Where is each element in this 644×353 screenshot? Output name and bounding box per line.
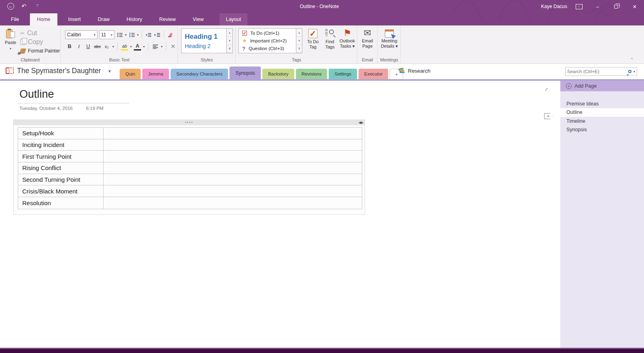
table-cell-value[interactable] [103,197,362,209]
paragraph-alignment-icon[interactable] [152,42,159,50]
style-heading1[interactable]: Heading 1 [185,33,223,41]
tab-insert[interactable]: Insert [62,13,87,25]
tab-layout[interactable]: Layout [220,13,248,25]
resize-arrows-icon[interactable]: ◀▶ [359,120,363,125]
search-scope-caret-icon[interactable]: ▾ [633,70,635,74]
styles-scroll-up-icon[interactable]: ▴ [227,29,232,37]
font-name-select[interactable]: Calibri▾ [65,30,97,39]
table-row[interactable]: Setup/Hook [18,128,362,139]
table-cell-value[interactable] [103,162,362,174]
ribbon-display-options-icon[interactable]: ↑ [570,0,588,13]
table-cell-value[interactable] [103,151,362,162]
alignment-caret-icon[interactable]: ▾ [161,45,163,48]
notebook-name[interactable]: The Spymaster's Daughter [17,67,101,75]
style-heading2[interactable]: Heading 2 [185,43,223,49]
table-cell-value[interactable] [103,174,362,185]
account-user-name[interactable]: Kaye Dacus [541,4,567,9]
drag-handle-icon[interactable]: •••• [185,120,194,125]
clear-x-icon[interactable]: ✕ [169,42,177,50]
table-row[interactable]: Rising Conflict [18,162,362,174]
page-canvas[interactable]: Outline Tuesday, October 4, 2016 6:19 PM… [0,81,560,348]
find-tags-button[interactable]: ★ Find Tags [322,26,338,50]
bold-button[interactable]: B [66,42,73,50]
italic-button[interactable]: I [75,42,82,50]
section-tab-revisions[interactable]: Revisions [296,69,327,79]
styles-more-icon[interactable]: ▾̅ [227,45,232,53]
font-size-select[interactable]: 11▾ [99,30,114,39]
search-box[interactable]: ▾ [565,67,637,76]
note-container[interactable]: •••• ◀▶ Setup/Hook Inciting Incident Fir… [13,120,365,215]
section-tab-settings[interactable]: Settings [329,69,357,79]
tab-review[interactable]: Review [153,13,182,25]
styles-scroll-down-icon[interactable]: ▾ [227,37,232,45]
section-tab-jemma[interactable]: Jemma [142,69,169,79]
collapse-ribbon-icon[interactable]: ˆ [631,58,633,63]
highlight-button[interactable]: ab [121,42,128,50]
highlight-caret-icon[interactable]: ▾ [130,45,132,48]
table-cell-label[interactable]: Setup/Hook [18,128,103,139]
table-cell-value[interactable] [103,139,362,151]
numbered-list-icon[interactable] [128,31,135,39]
table-row[interactable]: Second Turning Point [18,174,362,186]
clear-formatting-icon[interactable] [167,31,174,39]
section-tab-secondary-characters[interactable]: Secondary Characters [171,69,228,79]
tags-scroll-down-icon[interactable]: ▾ [296,37,302,45]
tag-question[interactable]: ? Question (Ctrl+3) [242,45,293,52]
notebook-dropdown-icon[interactable]: ▼ [108,69,112,74]
underline-button[interactable]: U [84,42,92,50]
meeting-details-button[interactable]: Meeting Details ▾ [380,27,399,49]
tag-todo[interactable]: ✓ To Do (Ctrl+1) [242,29,293,36]
section-tab-backstory[interactable]: Backstory [262,69,294,79]
tab-view[interactable]: View [187,13,210,25]
tags-scroll-up-icon[interactable]: ▴ [296,29,302,37]
table-cell-label[interactable]: Rising Conflict [18,162,103,174]
bullet-list-icon[interactable] [116,31,123,39]
numbered-list-caret-icon[interactable]: ▾ [137,33,139,37]
copy-button[interactable]: Copy [20,38,60,46]
page-item-timeline[interactable]: Timeline [560,117,644,126]
outline-table[interactable]: Setup/Hook Inciting Incident First Turni… [18,127,362,209]
table-cell-label[interactable]: Resolution [18,197,103,209]
page-item-outline[interactable]: Outline [560,108,644,117]
bullet-list-caret-icon[interactable]: ▾ [125,33,127,37]
table-cell-label[interactable]: First Turning Point [18,151,103,162]
note-container-header[interactable]: •••• ◀▶ [14,120,365,125]
decrease-indent-icon[interactable] [145,31,152,39]
subscript-caret-icon[interactable]: ▾ [112,45,114,48]
section-tab-executor[interactable]: Executor [359,69,388,79]
page-item-premise-ideas[interactable]: Premise Ideas [560,99,644,108]
font-color-button[interactable]: A [134,42,141,50]
outlook-tasks-button[interactable]: ⚑ Outlook Tasks ▾ [338,26,357,49]
email-page-button[interactable]: ✉ Email Page [359,26,376,49]
cut-button[interactable]: ✂ Cut [20,29,60,38]
table-row[interactable]: Inciting Incident [18,139,362,151]
table-row[interactable]: First Turning Point [18,151,362,162]
table-cell-label[interactable]: Second Turning Point [18,174,103,185]
increase-indent-icon[interactable] [154,31,161,39]
search-input[interactable] [567,69,628,74]
add-page-button[interactable]: + Add Page [560,81,644,91]
close-icon[interactable]: × [625,0,644,13]
search-icon[interactable] [628,70,631,73]
strikethrough-button[interactable]: abc [94,42,101,50]
page-title[interactable]: Outline [19,88,54,101]
tags-more-icon[interactable]: ▾̅ [296,45,302,53]
tab-home[interactable]: Home [30,13,57,25]
table-row[interactable]: Resolution [18,197,362,209]
minimize-icon[interactable]: – [588,0,607,13]
notebook-research[interactable]: Research [398,68,431,74]
section-tab-quin[interactable]: Quin [120,69,141,79]
table-cell-label[interactable]: Crisis/Black Moment [18,185,103,197]
undo-icon[interactable]: ↶ [20,2,28,10]
tab-history[interactable]: History [120,13,148,25]
subscript-button[interactable]: x₂ [103,42,110,50]
customize-qat-icon[interactable]: –ˇ [34,2,42,10]
table-cell-label[interactable]: Inciting Incident [18,139,103,151]
insert-page-marker-icon[interactable]: + [544,113,552,119]
format-painter-button[interactable]: Format Painter [20,46,60,55]
restore-icon[interactable] [607,0,625,13]
tab-file[interactable]: File [5,13,25,25]
font-color-caret-icon[interactable]: ▾ [143,45,145,48]
tag-important[interactable]: ★ Important (Ctrl+2) [242,37,293,44]
table-cell-value[interactable] [103,128,362,139]
